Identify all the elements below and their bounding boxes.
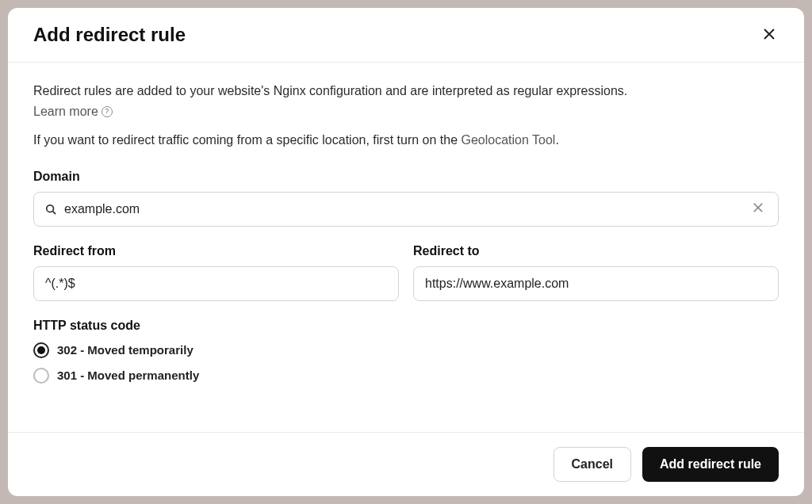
- geolocation-hint: If you want to redirect traffic coming f…: [33, 133, 779, 147]
- modal-header: Add redirect rule: [8, 8, 804, 63]
- help-circle-icon: ?: [102, 106, 113, 117]
- svg-point-0: [47, 205, 54, 212]
- domain-field-group: Domain: [33, 170, 779, 227]
- redirect-row: Redirect from Redirect to: [33, 244, 779, 319]
- close-button[interactable]: [760, 25, 779, 46]
- x-icon: [753, 202, 764, 216]
- redirect-from-wrapper[interactable]: [33, 266, 399, 301]
- clear-domain-button[interactable]: [749, 199, 767, 219]
- geolocation-tool-link[interactable]: Geolocation Tool: [462, 133, 556, 147]
- modal-footer: Cancel Add redirect rule: [8, 432, 804, 496]
- close-icon: [763, 28, 776, 43]
- domain-input[interactable]: [64, 202, 741, 216]
- redirect-to-label: Redirect to: [413, 244, 779, 258]
- radio-dot-icon: [37, 346, 45, 354]
- redirect-to-group: Redirect to: [413, 244, 779, 301]
- domain-label: Domain: [33, 170, 779, 184]
- learn-more-row: Learn more ?: [33, 105, 779, 119]
- status-code-group: HTTP status code 302 - Moved temporarily…: [33, 319, 779, 384]
- learn-more-label: Learn more: [33, 105, 98, 119]
- submit-button[interactable]: Add redirect rule: [642, 447, 779, 482]
- radio-301-label: 301 - Moved permanently: [57, 368, 199, 382]
- geo-text-suffix: .: [555, 133, 558, 147]
- radio-302[interactable]: 302 - Moved temporarily: [33, 342, 779, 358]
- cancel-button[interactable]: Cancel: [553, 447, 631, 482]
- description-text: Redirect rules are added to your website…: [33, 82, 779, 101]
- redirect-from-group: Redirect from: [33, 244, 399, 301]
- status-code-label: HTTP status code: [33, 319, 779, 333]
- modal-title: Add redirect rule: [33, 24, 186, 46]
- redirect-to-input[interactable]: [425, 277, 767, 291]
- redirect-from-input[interactable]: [45, 277, 387, 291]
- radio-301[interactable]: 301 - Moved permanently: [33, 368, 779, 384]
- redirect-from-label: Redirect from: [33, 244, 399, 258]
- radio-302-label: 302 - Moved temporarily: [57, 343, 193, 357]
- modal-body: Redirect rules are added to your website…: [8, 63, 804, 432]
- radio-circle-icon: [33, 368, 49, 384]
- redirect-to-wrapper[interactable]: [413, 266, 779, 301]
- geo-text-prefix: If you want to redirect traffic coming f…: [33, 133, 462, 147]
- status-code-radio-group: 302 - Moved temporarily 301 - Moved perm…: [33, 342, 779, 384]
- domain-input-wrapper[interactable]: [33, 192, 779, 227]
- search-icon: [45, 204, 56, 215]
- add-redirect-rule-modal: Add redirect rule Redirect rules are add…: [8, 8, 804, 496]
- learn-more-link[interactable]: Learn more ?: [33, 105, 113, 119]
- radio-circle-icon: [33, 342, 49, 358]
